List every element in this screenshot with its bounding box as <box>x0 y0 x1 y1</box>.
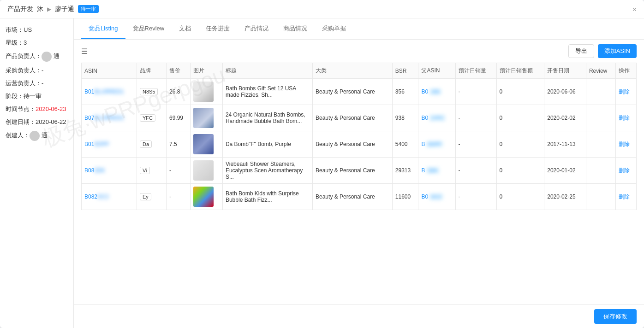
toolbar-right: 导出 添加ASIN <box>568 44 637 58</box>
cell-asin: B083DK <box>82 158 137 184</box>
ops-owner-label: 运营负责人： <box>6 80 42 87</box>
market-label: 市场： <box>6 26 24 33</box>
col-review: Review <box>586 63 615 79</box>
toolbar: ☰ 导出 添加ASIN <box>74 40 644 63</box>
cell-action: 删除 <box>615 184 636 210</box>
cell-launch-date: 2020-06-06 <box>544 79 586 105</box>
stage-value: 待一审 <box>24 93 42 100</box>
cell-parent-asin: B0 GC2 <box>418 184 455 210</box>
product-owner-label: 产品负责人： <box>6 53 42 59</box>
cell-bsr: 11600 <box>392 184 418 210</box>
cell-est-daily: - <box>455 158 496 184</box>
tab-purchase-order[interactable]: 采购单据 <box>315 19 353 39</box>
title-bar: 产品开发 沐 ▶ 廖子通 待一审 × <box>0 0 644 18</box>
cell-action: 删除 <box>615 105 636 131</box>
arrow-icon: ▶ <box>47 6 51 12</box>
market-field: 市场：US <box>6 26 68 34</box>
cell-bsr: 5400 <box>392 131 418 158</box>
tab-goods-status[interactable]: 商品情况 <box>276 19 315 39</box>
cell-action: 删除 <box>615 131 636 158</box>
cell-est-daily-sales: 0 <box>496 184 544 210</box>
create-date-label: 创建日期： <box>6 118 36 125</box>
cell-parent-asin: B 9OPP <box>418 131 455 158</box>
cell-price: - <box>167 184 191 210</box>
cell-launch-date: 2020-02-25 <box>544 184 586 210</box>
save-button[interactable]: 保存修改 <box>594 309 637 324</box>
cell-asin: B082GC2 <box>82 184 137 210</box>
bottom-bar: 保存修改 <box>74 304 644 328</box>
tab-document[interactable]: 文档 <box>172 19 198 39</box>
cell-brand: Da <box>137 131 166 158</box>
table-row: B083DK Vi - Viebeauti Shower Steamers, E… <box>82 158 637 184</box>
ops-owner-field: 运营负责人：- <box>6 79 68 88</box>
add-asin-button[interactable]: 添加ASIN <box>598 44 637 58</box>
right-panel: 竞品Listing 竞品Review 文档 任务进度 产品情况 商品情况 采购单… <box>74 18 644 328</box>
cell-est-daily: - <box>455 105 496 131</box>
toolbar-left: ☰ <box>81 47 88 56</box>
creator-label: 创建人： <box>6 132 30 139</box>
col-est-daily-sales: 预计日销售额 <box>496 63 544 79</box>
cell-bsr: 938 <box>392 105 418 131</box>
cell-image <box>191 158 222 184</box>
col-asin: ASIN <box>82 63 137 79</box>
time-node-label: 时间节点： <box>6 105 36 112</box>
cell-asin: B019OPP <box>82 131 137 158</box>
subtitle1: 沐 <box>37 5 43 13</box>
cell-bsr: 356 <box>392 79 418 105</box>
ops-owner-value: - <box>42 80 43 87</box>
cell-launch-date: 2017-11-13 <box>544 131 586 158</box>
table-row: B019OPP Da 7.5 Da Bomb"F" Bomb, Purple B… <box>82 131 637 158</box>
menu-icon[interactable]: ☰ <box>81 47 88 56</box>
cell-asin: B01BLURRED1 <box>82 79 137 105</box>
product-owner-value: 通 <box>54 53 60 59</box>
col-category: 大类 <box>313 63 393 79</box>
status-tag: 待一审 <box>78 5 99 13</box>
purchase-owner-label: 采购负责人： <box>6 67 42 74</box>
cell-title: 24 Organic Natural Bath Bombs, Handmade … <box>222 105 312 131</box>
time-node-field: 时间节点：2020-06-23 <box>6 105 68 113</box>
purchase-owner-value: - <box>42 67 43 74</box>
cell-title: Viebeauti Shower Steamers, Eucalyptus Sc… <box>222 158 312 184</box>
cell-launch-date: 2020-01-02 <box>544 158 586 184</box>
star-value: 3 <box>24 39 27 46</box>
stage-label: 阶段： <box>6 93 24 100</box>
close-button[interactable]: × <box>632 6 637 14</box>
tab-jingpin-listing[interactable]: 竞品Listing <box>81 19 125 39</box>
cell-price: 7.5 <box>167 131 191 158</box>
cell-title: Da Bomb"F" Bomb, Purple <box>222 131 312 158</box>
cell-price: 26.8 <box>167 79 191 105</box>
cell-est-daily: - <box>455 79 496 105</box>
cell-category: Beauty & Personal Care <box>313 131 393 158</box>
cell-asin: B07BLURRED2 <box>82 105 137 131</box>
cell-review <box>586 105 615 131</box>
col-title: 标题 <box>222 63 312 79</box>
tab-product-status[interactable]: 产品情况 <box>237 19 276 39</box>
tab-jingpin-review[interactable]: 竞品Review <box>125 19 172 39</box>
tab-task-progress[interactable]: 任务进度 <box>198 19 237 39</box>
star-field: 星级：3 <box>6 39 68 47</box>
cell-image <box>191 105 222 131</box>
main-window: 产品开发 沐 ▶ 廖子通 待一审 × 市场：US 星级：3 产品负责人：通 采购… <box>0 0 644 328</box>
create-date-field: 创建日期：2020-06-22 <box>6 118 68 126</box>
left-panel: 市场：US 星级：3 产品负责人：通 采购负责人：- 运营负责人：- 阶段：待一… <box>0 18 74 328</box>
col-price: 售价 <box>167 63 191 79</box>
cell-brand: N8S5 <box>137 79 166 105</box>
product-owner-field: 产品负责人：通 <box>6 52 68 62</box>
cell-image <box>191 79 222 105</box>
tab-bar: 竞品Listing 竞品Review 文档 任务进度 产品情况 商品情况 采购单… <box>74 18 644 40</box>
cell-category: Beauty & Personal Care <box>313 79 393 105</box>
cell-category: Beauty & Personal Care <box>313 184 393 210</box>
col-action: 操作 <box>615 63 636 79</box>
main-body: 市场：US 星级：3 产品负责人：通 采购负责人：- 运营负责人：- 阶段：待一… <box>0 18 644 328</box>
cell-launch-date: 2020-02-02 <box>544 105 586 131</box>
col-image: 图片 <box>191 63 222 79</box>
cell-action: 删除 <box>615 158 636 184</box>
col-brand: 品牌 <box>137 63 166 79</box>
stage-field: 阶段：待一审 <box>6 92 68 100</box>
cell-brand: YFC <box>137 105 166 131</box>
cell-image <box>191 184 222 210</box>
cell-price: - <box>167 158 191 184</box>
export-button[interactable]: 导出 <box>568 44 594 58</box>
cell-category: Beauty & Personal Care <box>313 105 393 131</box>
subtitle2: 廖子通 <box>55 5 74 13</box>
